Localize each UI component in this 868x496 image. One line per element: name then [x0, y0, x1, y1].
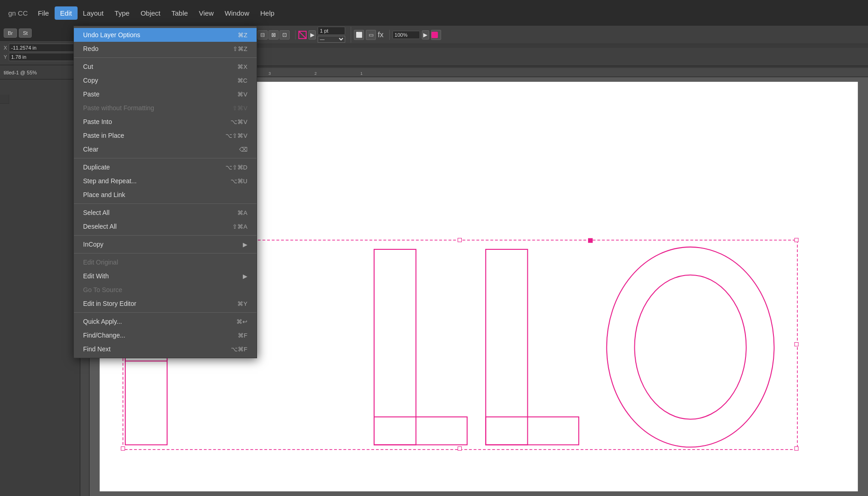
ruler-corner	[0, 95, 9, 104]
fx-label: fx	[378, 31, 383, 39]
menu-item-paste-place-label: Paste in Place	[83, 132, 124, 139]
separator-3	[74, 203, 257, 204]
menu-item-quick-apply[interactable]: Quick Apply... ⌘↩	[74, 315, 257, 328]
menu-item-paste-label: Paste	[83, 90, 100, 98]
menu-item-select-all[interactable]: Select All ⌘A	[74, 206, 257, 220]
menu-item-copy-shortcut: ⌘C	[237, 77, 247, 84]
menu-item-duplicate-shortcut: ⌥⇧⌘D	[225, 164, 247, 171]
y-coord-label: Y	[4, 54, 7, 60]
menu-item-cut-shortcut: ⌘X	[237, 63, 247, 70]
menu-item-paste-into-shortcut: ⌥⌘V	[230, 118, 247, 125]
menu-item-find-change[interactable]: Find/Change... ⌘F	[74, 328, 257, 342]
svg-rect-12	[458, 447, 461, 451]
doc-title-label: titled-1 @ 55%	[4, 70, 37, 75]
opacity-section: 100% ▶	[392, 30, 441, 40]
menu-item-redo[interactable]: Redo ⇧⌘Z	[74, 42, 257, 56]
svg-rect-7	[458, 238, 461, 242]
menu-item-quick-apply-label: Quick Apply...	[83, 318, 122, 325]
color-picker-btn[interactable]	[431, 30, 441, 40]
opacity-input[interactable]: 100%	[392, 31, 420, 39]
menu-item-copy[interactable]: Copy ⌘C	[74, 73, 257, 87]
svg-rect-13	[795, 447, 798, 451]
menu-item-undo[interactable]: Undo Layer Options ⌘Z	[74, 28, 257, 42]
menu-item-deselect-all[interactable]: Deselect All ⇧⌘A	[74, 220, 257, 233]
menu-item-deselect-all-shortcut: ⇧⌘A	[232, 223, 247, 230]
corner-btn[interactable]: ⬜	[354, 30, 364, 40]
separator-6	[74, 312, 257, 313]
stroke-arrow-btn[interactable]: ▶	[308, 30, 316, 39]
separator-2	[74, 158, 257, 158]
app-buttons-row: Br St	[0, 26, 80, 41]
menubar-view[interactable]: View	[193, 6, 219, 20]
menu-item-place-link-label: Place and Link	[83, 191, 125, 198]
svg-rect-11	[121, 447, 125, 451]
menubar-type[interactable]: Type	[109, 6, 135, 20]
separator-1	[74, 57, 257, 58]
menu-item-paste-shortcut: ⌘V	[237, 91, 247, 98]
menu-item-go-to-source[interactable]: Go To Source	[74, 283, 257, 297]
stroke-color-icon	[298, 31, 307, 39]
menu-item-paste[interactable]: Paste ⌘V	[74, 87, 257, 101]
menu-item-incopy[interactable]: InCopy ▶	[74, 237, 257, 251]
menu-item-step-repeat[interactable]: Step and Repeat... ⌥⌘U	[74, 174, 257, 188]
menu-item-edit-story-shortcut: ⌘Y	[237, 300, 247, 307]
menu-item-select-all-label: Select All	[83, 209, 110, 216]
stroke-weight-input[interactable]: 1 pt	[318, 27, 345, 35]
frame-section: ⬜ ▭ fx	[354, 30, 389, 40]
menu-item-clear-shortcut: ⌫	[239, 146, 247, 153]
svg-rect-8	[795, 238, 798, 242]
x-coord-label: X	[4, 45, 7, 51]
menu-item-find-next[interactable]: Find Next ⌥⌘F	[74, 342, 257, 356]
menu-item-paste-no-format-shortcut: ⇧⌘V	[232, 105, 247, 112]
menu-item-redo-shortcut: ⇧⌘Z	[233, 45, 247, 52]
menubar-help[interactable]: Help	[255, 6, 280, 20]
bridge-btn[interactable]: Br	[4, 28, 17, 38]
menu-item-edit-with[interactable]: Edit With ▶	[74, 269, 257, 283]
svg-rect-10	[795, 343, 798, 346]
menu-item-duplicate-label: Duplicate	[83, 163, 110, 171]
y-coord-input[interactable]: 1.78 in	[9, 53, 77, 61]
menu-item-paste-no-format-label: Paste without Formatting	[83, 104, 154, 112]
menu-item-paste-place-shortcut: ⌥⇧⌘V	[225, 132, 247, 139]
menubar-layout[interactable]: Layout	[78, 6, 109, 20]
menu-item-redo-label: Redo	[83, 45, 98, 52]
menu-item-edit-original[interactable]: Edit Original	[74, 255, 257, 269]
menu-item-cut[interactable]: Cut ⌘X	[74, 60, 257, 73]
menu-item-paste-place[interactable]: Paste in Place ⌥⇧⌘V	[74, 129, 257, 142]
edit-with-arrow-icon: ▶	[243, 273, 247, 280]
menu-item-incopy-label: InCopy	[83, 241, 103, 248]
menu-item-paste-into-label: Paste Into	[83, 118, 112, 125]
menu-item-undo-label: Undo Layer Options	[83, 31, 140, 39]
stroke-type-select[interactable]: —	[318, 36, 345, 43]
menubar-object[interactable]: Object	[135, 6, 166, 20]
x-coord-input[interactable]: -11.2574 in	[9, 44, 77, 52]
menu-item-undo-shortcut: ⌘Z	[238, 32, 247, 39]
menubar-file[interactable]: File	[33, 6, 55, 20]
separator-5	[74, 253, 257, 254]
separator-4	[74, 235, 257, 236]
dist-btn3[interactable]: ⊠	[269, 30, 279, 39]
menu-item-edit-original-label: Edit Original	[83, 259, 118, 266]
menu-item-paste-into[interactable]: Paste Into ⌥⌘V	[74, 115, 257, 129]
dist-btn4[interactable]: ⊡	[280, 30, 290, 39]
menu-item-paste-no-format[interactable]: Paste without Formatting ⇧⌘V	[74, 101, 257, 115]
doc-title-section: titled-1 @ 55%	[0, 65, 80, 79]
edit-dropdown-menu: Undo Layer Options ⌘Z Redo ⇧⌘Z Cut ⌘X Co…	[73, 26, 257, 358]
menu-item-deselect-all-label: Deselect All	[83, 223, 117, 230]
menu-item-duplicate[interactable]: Duplicate ⌥⇧⌘D	[74, 160, 257, 174]
stock-btn[interactable]: St	[19, 28, 32, 38]
menu-item-place-link[interactable]: Place and Link	[74, 188, 257, 202]
menu-item-find-next-label: Find Next	[83, 345, 111, 353]
menu-item-clear[interactable]: Clear ⌫	[74, 142, 257, 156]
menubar-window[interactable]: Window	[219, 6, 255, 20]
menu-item-clear-label: Clear	[83, 146, 98, 153]
menubar-table[interactable]: Table	[166, 6, 194, 20]
menu-item-step-repeat-shortcut: ⌥⌘U	[230, 178, 247, 185]
opacity-arrow-btn[interactable]: ▶	[422, 30, 429, 39]
menu-item-edit-story[interactable]: Edit in Story Editor ⌘Y	[74, 297, 257, 310]
menu-item-find-next-shortcut: ⌥⌘F	[231, 346, 247, 353]
frame-btn[interactable]: ▭	[366, 30, 376, 40]
menubar-edit[interactable]: Edit	[55, 6, 78, 20]
dist-btn2[interactable]: ⊟	[258, 30, 268, 39]
menu-item-find-change-label: Find/Change...	[83, 332, 125, 339]
